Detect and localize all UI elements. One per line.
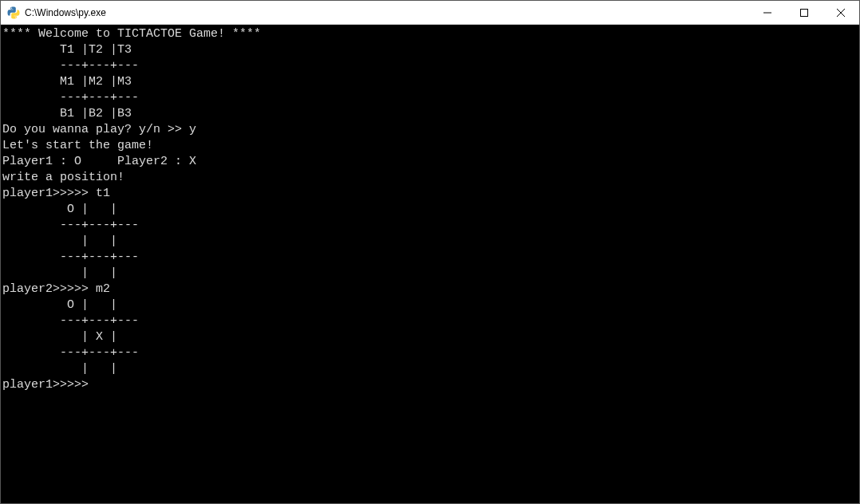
console-line: | | — [2, 266, 859, 282]
console-line: O | | — [2, 297, 859, 313]
minimize-button[interactable] — [749, 1, 786, 24]
python-icon — [7, 6, 20, 19]
console-line: ---+---+--- — [2, 345, 859, 361]
console-line: Do you wanna play? y/n >> y — [2, 122, 859, 138]
console-line: | | — [2, 234, 859, 250]
console-line: | X | — [2, 329, 859, 345]
close-button[interactable] — [823, 1, 859, 24]
console-line: ---+---+--- — [2, 90, 859, 106]
titlebar[interactable]: C:\Windows\py.exe — [1, 1, 859, 25]
console-line: ---+---+--- — [2, 250, 859, 266]
console-line: ---+---+--- — [2, 313, 859, 329]
console-line: **** Welcome to TICTACTOE Game! **** — [2, 26, 859, 42]
console-line: T1 |T2 |T3 — [2, 42, 859, 58]
console-line: B1 |B2 |B3 — [2, 106, 859, 122]
console-line: Let's start the game! — [2, 138, 859, 154]
console-line: player2>>>>> m2 — [2, 282, 859, 297]
console-output[interactable]: **** Welcome to TICTACTOE Game! **** T1 … — [1, 25, 859, 503]
console-line: ---+---+--- — [2, 58, 859, 74]
window-title: C:\Windows\py.exe — [25, 7, 106, 18]
console-line: player1>>>>> t1 — [2, 186, 859, 202]
titlebar-controls — [749, 1, 859, 24]
console-line: M1 |M2 |M3 — [2, 74, 859, 90]
console-line: O | | — [2, 202, 859, 218]
console-line: Player1 : O Player2 : X — [2, 154, 859, 170]
maximize-button[interactable] — [786, 1, 823, 24]
app-window: C:\Windows\py.exe **** Welcome to TICTAC… — [0, 0, 860, 504]
console-line: | | — [2, 361, 859, 377]
console-line: player1>>>>> — [2, 377, 859, 393]
svg-rect-1 — [801, 9, 808, 16]
console-line: write a position! — [2, 170, 859, 186]
console-line: ---+---+--- — [2, 218, 859, 234]
